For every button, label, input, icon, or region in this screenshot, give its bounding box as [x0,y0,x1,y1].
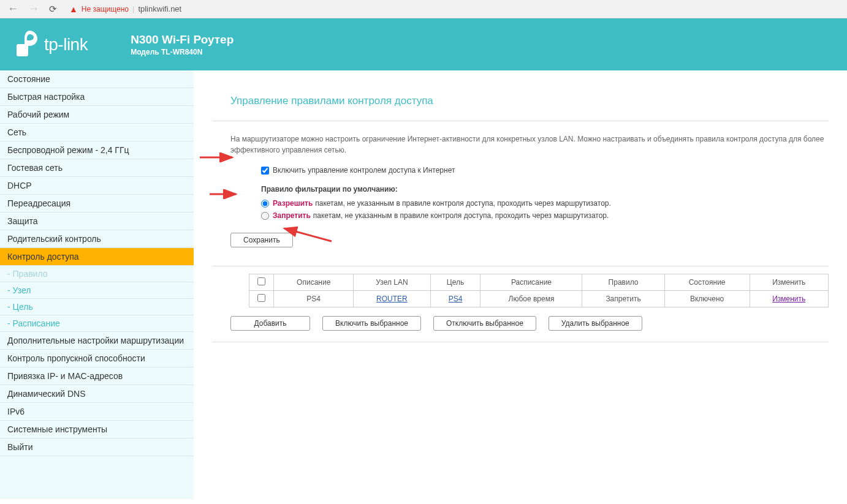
table-actions: Добавить Включить выбранное Отключить вы… [212,307,829,331]
enable-access-checkbox[interactable] [261,167,269,175]
enable-access-control-row: Включить управление контролем доступа к … [212,164,829,176]
url-text: tplinkwifi.net [138,4,181,13]
main-layout: СостояниеБыстрая настройкаРабочий режимС… [0,70,847,499]
logo: tp-link [13,29,88,60]
deny-rest: пакетам, не указанным в правиле контроля… [313,211,609,220]
filter-allow-radio[interactable] [261,200,269,208]
cell-schedule: Любое время [480,291,582,307]
sidebar-subitem[interactable]: - Цель [0,299,194,315]
col-schedule: Расписание [480,274,582,291]
save-button[interactable]: Сохранить [230,233,293,247]
address-bar[interactable]: ▲ Не защищено | tplinkwifi.net [69,4,181,14]
sidebar-item[interactable]: Сеть [0,124,194,141]
filter-rule-header: Правило фильтрации по умолчанию: [212,176,829,197]
col-host: Узел LAN [354,274,430,291]
save-row: Сохранить [212,222,829,258]
edit-link[interactable]: Изменить [772,295,805,303]
reload-button[interactable]: ⟳ [47,4,59,15]
page-title: Управление правилами контроля доступа [212,95,829,107]
sidebar-item[interactable]: DHCP [0,177,194,195]
rules-table: Описание Узел LAN Цель Расписание Правил… [249,274,829,307]
content-area: Управление правилами контроля доступа На… [194,70,847,499]
sidebar-item[interactable]: Гостевая сеть [0,159,194,177]
product-title: N300 Wi-Fi Роутер [131,33,234,47]
sidebar-item[interactable]: Переадресация [0,195,194,213]
filter-deny-row: Запретить пакетам, не указанным в правил… [212,209,829,222]
product-info: N300 Wi-Fi Роутер Модель TL-WR840N [131,33,234,56]
sidebar-item[interactable]: Защита [0,213,194,230]
enable-access-label: Включить управление контролем доступа к … [273,166,455,175]
select-all-checkbox[interactable] [257,277,265,285]
sidebar-item[interactable]: Дополнительные настройки маршрутизации [0,332,194,350]
sidebar-subitem[interactable]: - Узел [0,282,194,299]
sidebar-item[interactable]: Выйти [0,438,194,456]
rules-table-wrap: Описание Узел LAN Цель Расписание Правил… [212,274,829,307]
filter-allow-row: Разрешить пакетам, не указанным в правил… [212,197,829,209]
sidebar-item[interactable]: Быстрая настройка [0,88,194,106]
separator: | [132,4,134,13]
forward-button[interactable]: → [26,2,42,15]
browser-toolbar: ← → ⟳ ▲ Не защищено | tplinkwifi.net [0,0,847,18]
sidebar-item[interactable]: Беспроводной режим - 2,4 ГГц [0,141,194,159]
sidebar-item[interactable]: Рабочий режим [0,106,194,124]
logo-text: tp-link [44,35,88,55]
filter-deny-radio[interactable] [261,212,269,220]
sidebar-subitem[interactable]: - Правило [0,266,194,282]
allow-word: Разрешить [273,199,313,208]
sidebar-item[interactable]: Родительский контроль [0,230,194,248]
table-header-row: Описание Узел LAN Цель Расписание Правил… [249,274,829,291]
col-target: Цель [430,274,480,291]
col-rule: Правило [582,274,664,291]
sidebar-item[interactable]: Динамический DNS [0,385,194,403]
insecure-label: Не защищено [82,5,129,13]
divider [212,342,829,342]
cell-description: PS4 [274,291,354,307]
cell-rule: Запретить [582,291,664,307]
page-description: На маршрутизаторе можно настроить ограни… [212,129,829,164]
col-edit: Изменить [750,274,829,291]
sidebar-item[interactable]: Системные инструменты [0,421,194,438]
col-state: Состояние [664,274,750,291]
sidebar-item[interactable]: Состояние [0,70,194,88]
sidebar-item[interactable]: Привязка IP- и MAC-адресов [0,367,194,385]
sidebar-subitem[interactable]: - Расписание [0,315,194,332]
add-button[interactable]: Добавить [230,316,310,331]
divider [212,121,829,121]
sidebar-item[interactable]: IPv6 [0,403,194,421]
sidebar-nav: СостояниеБыстрая настройкаРабочий режимС… [0,70,194,499]
back-button[interactable]: ← [5,2,21,15]
disable-selected-button[interactable]: Отключить выбранное [433,316,536,331]
app-header: tp-link N300 Wi-Fi Роутер Модель TL-WR84… [0,18,847,70]
deny-word: Запретить [273,211,311,220]
row-checkbox[interactable] [257,294,265,302]
divider [212,266,829,266]
sidebar-item[interactable]: Контроль доступа [0,248,194,266]
tplink-logo-icon [13,29,38,60]
enable-selected-button[interactable]: Включить выбранное [322,316,421,331]
product-model: Модель TL-WR840N [131,48,234,56]
host-link[interactable]: ROUTER [376,295,408,303]
cell-state: Включено [664,291,750,307]
insecure-icon: ▲ [69,4,78,14]
sidebar-item[interactable]: Контроль пропускной способности [0,350,194,367]
table-row: PS4 ROUTER PS4 Любое время Запретить Вкл… [249,291,829,307]
delete-selected-button[interactable]: Удалить выбранное [549,316,642,331]
target-link[interactable]: PS4 [449,295,463,303]
col-description: Описание [274,274,354,291]
allow-rest: пакетам, не указанным в правиле контроля… [315,199,611,208]
